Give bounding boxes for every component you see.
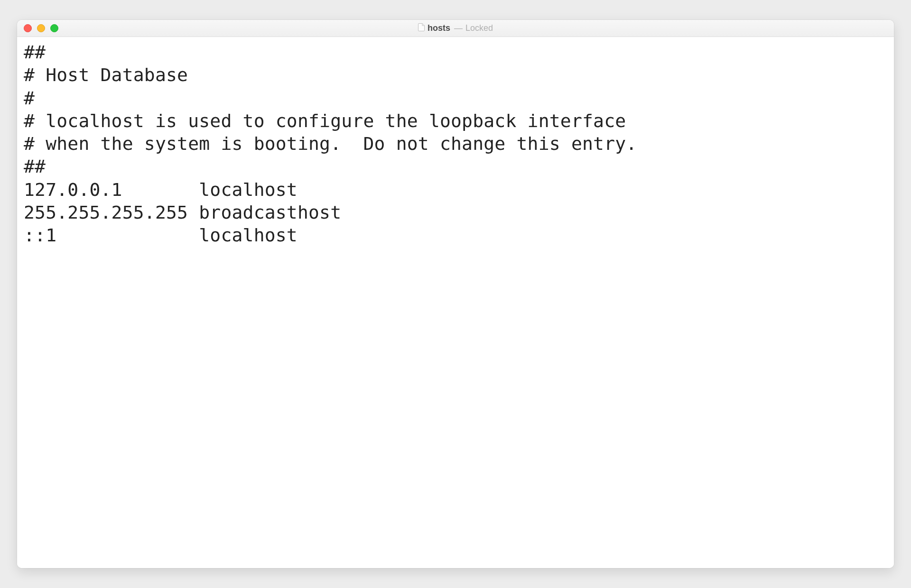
traffic-lights [24,24,58,32]
window-titlebar[interactable]: hosts — Locked [17,20,894,37]
textedit-window: hosts — Locked ## # Host Database # # lo… [17,20,894,568]
text-editor-content[interactable]: ## # Host Database # # localhost is used… [17,37,894,568]
document-icon [418,23,425,33]
minimize-button[interactable] [37,24,45,32]
window-title: hosts — Locked [17,23,894,33]
zoom-button[interactable] [50,24,58,32]
filename-label: hosts [428,23,450,33]
locked-label: Locked [465,23,493,33]
close-button[interactable] [24,24,32,32]
title-separator: — [454,23,463,33]
